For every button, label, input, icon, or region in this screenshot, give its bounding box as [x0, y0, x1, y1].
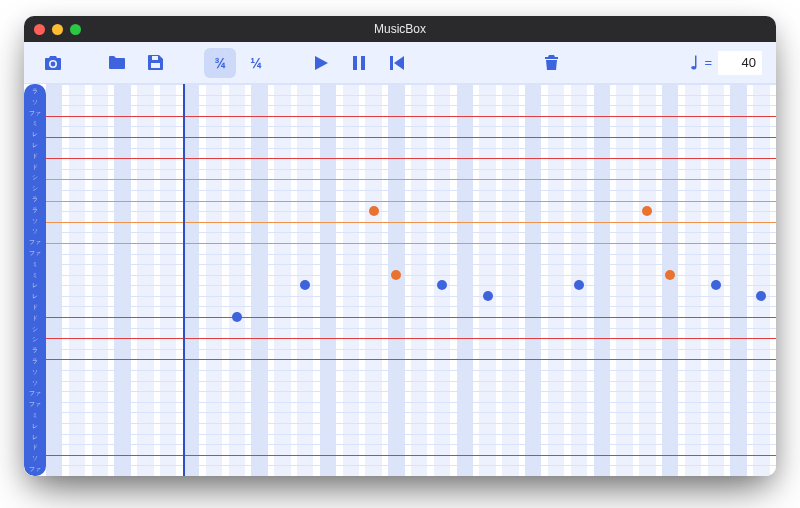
save-button[interactable]	[140, 48, 170, 78]
note[interactable]	[437, 280, 447, 290]
window-title: MusicBox	[24, 22, 776, 36]
pitch-label: レ	[24, 282, 46, 288]
open-button[interactable]	[102, 48, 132, 78]
minimize-button[interactable]	[52, 24, 63, 35]
folder-icon	[109, 56, 125, 69]
pitch-label: ラ	[24, 347, 46, 353]
pitch-label: ファ	[24, 250, 46, 256]
toolbar: ¾ ¼ ♩ =	[24, 42, 776, 84]
camera-button[interactable]	[38, 48, 68, 78]
pitch-label: レ	[24, 131, 46, 137]
note[interactable]	[642, 206, 652, 216]
pitch-label: ソ	[24, 369, 46, 375]
tempo-input[interactable]	[718, 51, 762, 75]
pitch-label: ミ	[24, 412, 46, 418]
pitch-label: ソ	[24, 380, 46, 386]
pitch-label: ド	[24, 153, 46, 159]
pitch-label: シ	[24, 326, 46, 332]
pitch-label: ファ	[24, 390, 46, 396]
pitch-label: ド	[24, 444, 46, 450]
rewind-icon	[390, 56, 404, 70]
app-window: MusicBox ¾ ¼	[24, 16, 776, 476]
time-signature-1-4[interactable]: ¼	[240, 48, 272, 78]
pitch-label: ラ	[24, 88, 46, 94]
grid[interactable]	[46, 84, 776, 476]
trash-button[interactable]	[536, 48, 566, 78]
pitch-label: ミ	[24, 261, 46, 267]
pitch-label: ファ	[24, 110, 46, 116]
pitch-label: ファ	[24, 466, 46, 472]
pitch-label: シ	[24, 174, 46, 180]
note[interactable]	[232, 312, 242, 322]
note[interactable]	[391, 270, 401, 280]
time-signature-group: ¾ ¼	[204, 48, 272, 78]
note[interactable]	[300, 280, 310, 290]
play-icon	[315, 56, 328, 70]
pitch-label: ソ	[24, 218, 46, 224]
pitch-label: ミ	[24, 272, 46, 278]
pitch-label: シ	[24, 336, 46, 342]
pitch-ruler: ラソファミレレドドシシララソソファファミミレレドドシシララソソファファミレレドソ…	[24, 84, 46, 476]
save-icon	[148, 55, 163, 70]
note[interactable]	[369, 206, 379, 216]
pitch-label: レ	[24, 142, 46, 148]
note-sheet[interactable]: ラソファミレレドドシシララソソファファミミレレドドシシララソソファファミレレドソ…	[24, 84, 776, 476]
note[interactable]	[665, 270, 675, 280]
rewind-button[interactable]	[382, 48, 412, 78]
pitch-label: ド	[24, 304, 46, 310]
pitch-label: ミ	[24, 120, 46, 126]
note[interactable]	[574, 280, 584, 290]
window-controls	[34, 24, 81, 35]
pitch-label: ソ	[24, 455, 46, 461]
pitch-label: レ	[24, 423, 46, 429]
camera-icon	[45, 56, 61, 70]
tempo-control: ♩ =	[690, 51, 762, 75]
note[interactable]	[711, 280, 721, 290]
tempo-equals: =	[704, 55, 712, 70]
note[interactable]	[756, 291, 766, 301]
play-button[interactable]	[306, 48, 336, 78]
quarter-note-icon: ♩	[690, 52, 698, 74]
pitch-label: ファ	[24, 239, 46, 245]
pitch-label: ラ	[24, 196, 46, 202]
pitch-label: ド	[24, 164, 46, 170]
pause-button[interactable]	[344, 48, 374, 78]
titlebar: MusicBox	[24, 16, 776, 42]
pitch-label: レ	[24, 434, 46, 440]
note[interactable]	[483, 291, 493, 301]
zoom-button[interactable]	[70, 24, 81, 35]
pitch-label: レ	[24, 293, 46, 299]
pitch-label: ファ	[24, 401, 46, 407]
trash-icon	[545, 55, 558, 70]
time-signature-3-4[interactable]: ¾	[204, 48, 236, 78]
pitch-label: ラ	[24, 358, 46, 364]
pitch-label: シ	[24, 185, 46, 191]
close-button[interactable]	[34, 24, 45, 35]
pitch-label: ソ	[24, 99, 46, 105]
pitch-label: ド	[24, 315, 46, 321]
pause-icon	[353, 56, 365, 70]
pitch-label: ソ	[24, 228, 46, 234]
pitch-label: ラ	[24, 207, 46, 213]
